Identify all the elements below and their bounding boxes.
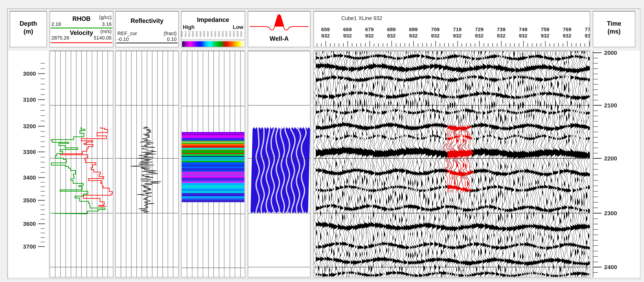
trace-ruler-tick bbox=[563, 43, 563, 46]
time-minor-tick bbox=[593, 132, 598, 132]
velocity-unit: (m/s) bbox=[100, 29, 112, 34]
reflectivity-title: Reflectivity bbox=[116, 17, 178, 25]
trace-ruler-tick bbox=[370, 41, 370, 46]
rhob-max: 3.16 bbox=[102, 22, 112, 27]
trace-ruler-tick bbox=[396, 43, 396, 46]
colorbar-tick-value: 12000 bbox=[225, 31, 228, 37]
trace-ruler-tick bbox=[576, 43, 576, 46]
time-gridline bbox=[182, 159, 245, 159]
trace-ruler-tick bbox=[528, 43, 528, 46]
depth-minor-tick bbox=[40, 167, 45, 168]
colorbar-tick-value: 15000 bbox=[203, 31, 205, 37]
time-header-panel: Time (ms) bbox=[593, 11, 635, 47]
trace-ruler-tick bbox=[387, 43, 388, 46]
depth-tick-label: 3700 bbox=[16, 243, 36, 250]
depth-major-tick bbox=[38, 200, 45, 201]
trace-ruler-tick bbox=[383, 43, 383, 46]
depth-major-tick bbox=[38, 152, 45, 152]
trace-ruler-tick bbox=[475, 43, 475, 46]
depth-minor-tick bbox=[40, 141, 45, 142]
trace-ruler-tick bbox=[492, 43, 493, 46]
trace-ruler-tick bbox=[532, 43, 532, 46]
time-minor-tick bbox=[593, 224, 598, 224]
time-minor-tick bbox=[593, 63, 598, 64]
time-minor-tick bbox=[593, 202, 598, 202]
depth-minor-tick bbox=[40, 214, 45, 215]
trace-ruler-tick bbox=[466, 43, 466, 46]
time-minor-tick bbox=[593, 197, 598, 197]
time-major-tick bbox=[593, 213, 602, 213]
trace-ruler-tick bbox=[457, 41, 458, 46]
trace-ruler-tick bbox=[321, 43, 322, 46]
depth-tick-label: 3500 bbox=[16, 197, 36, 204]
trace-ruler-tick bbox=[348, 41, 348, 46]
depth-major-tick bbox=[38, 73, 45, 74]
time-major-tick bbox=[593, 52, 602, 53]
trace-ruler-tick bbox=[431, 43, 432, 46]
colorbar-tick-value: 12500 bbox=[222, 31, 224, 37]
time-minor-tick bbox=[593, 142, 598, 143]
time-unit: (ms) bbox=[593, 28, 635, 35]
trace-ruler-tick bbox=[360, 43, 361, 46]
trace-ruler-tick bbox=[484, 43, 484, 46]
depth-minor-tick bbox=[40, 79, 45, 79]
colorbar-tick-value: 15500 bbox=[199, 31, 202, 37]
time-tick-label: 2300 bbox=[604, 210, 617, 217]
rhob-velocity-curves-canvas bbox=[50, 51, 113, 277]
depth-major-tick bbox=[38, 177, 45, 178]
depth-minor-tick bbox=[40, 205, 45, 205]
colorbar-tick-value: 10500 bbox=[236, 31, 239, 37]
trace-ruler-tick bbox=[339, 43, 339, 46]
well-tie-window: Depth (m) RHOB (g/cc) 2.18 3.16 Velocity… bbox=[0, 0, 644, 282]
colorbar-mini-ruler bbox=[182, 39, 244, 41]
colorbar-tick-value: 14500 bbox=[206, 31, 209, 37]
impedance-colorbar bbox=[182, 41, 244, 47]
time-minor-tick bbox=[593, 240, 598, 240]
depth-major-tick bbox=[38, 126, 45, 127]
time-minor-tick bbox=[593, 153, 598, 153]
trace-ruler-tick bbox=[374, 43, 374, 46]
time-minor-tick bbox=[593, 79, 598, 80]
colorbar-tick-value: 17500 bbox=[184, 31, 187, 37]
trace-ruler-tick bbox=[365, 43, 366, 46]
time-major-tick bbox=[593, 267, 602, 267]
time-minor-tick bbox=[593, 234, 598, 235]
time-minor-tick bbox=[593, 116, 598, 116]
trace-ruler-tick bbox=[572, 43, 572, 46]
time-minor-tick bbox=[593, 68, 598, 69]
trace-ruler-tick bbox=[448, 43, 449, 46]
time-minor-tick bbox=[593, 84, 598, 85]
trace-ruler-tick bbox=[488, 43, 488, 46]
trace-ruler-tick bbox=[584, 43, 585, 46]
colorbar-tick-value: 11000 bbox=[232, 31, 235, 37]
time-minor-tick bbox=[593, 110, 598, 111]
depth-minor-tick bbox=[40, 68, 45, 69]
seismic-header-panel: Cube1 XLine 932 659932669932679932689932… bbox=[314, 11, 590, 47]
depth-minor-tick bbox=[40, 242, 45, 242]
trace-ruler-tick bbox=[541, 43, 541, 46]
trace-ruler-tick bbox=[444, 43, 444, 46]
colorbar-tick-value: 11500 bbox=[229, 31, 232, 37]
depth-tick-label: 3000 bbox=[16, 70, 36, 77]
time-tick-label: 2000 bbox=[604, 50, 617, 56]
velocity-min: 2875.26 bbox=[51, 35, 69, 41]
reflectivity-max: 0.10 bbox=[167, 37, 176, 42]
time-minor-tick bbox=[593, 121, 598, 122]
trace-ruler-tick bbox=[497, 43, 497, 46]
depth-minor-tick bbox=[40, 182, 45, 182]
seismic-trace-ruler bbox=[314, 12, 590, 47]
time-minor-tick bbox=[593, 272, 598, 273]
time-minor-tick bbox=[593, 262, 598, 262]
reflectivity-color-line bbox=[116, 43, 178, 43]
trace-ruler-tick bbox=[453, 43, 453, 46]
depth-minor-tick bbox=[40, 110, 45, 111]
rhob-min: 2.18 bbox=[51, 22, 61, 27]
depth-minor-tick bbox=[40, 89, 45, 90]
depth-minor-tick bbox=[40, 186, 45, 187]
time-minor-tick bbox=[593, 186, 598, 186]
depth-minor-tick bbox=[40, 105, 45, 105]
time-minor-tick bbox=[593, 89, 598, 90]
depth-tick-label: 3300 bbox=[16, 149, 36, 155]
depth-tick-label: 3100 bbox=[16, 96, 36, 103]
reflectivity-curve-name: REF_cur bbox=[118, 31, 137, 36]
